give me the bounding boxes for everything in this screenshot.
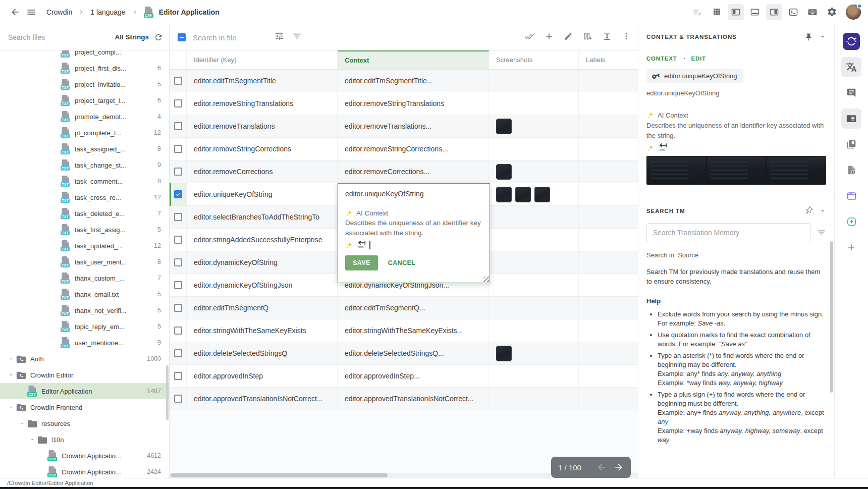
horizontal-scrollbar-thumb[interactable] bbox=[171, 473, 388, 477]
screenshot-thumbnail[interactable] bbox=[515, 187, 531, 202]
previous-page-icon[interactable] bbox=[596, 462, 607, 472]
row-checkbox[interactable] bbox=[174, 145, 182, 153]
screenshot-thumbnail[interactable] bbox=[496, 346, 512, 361]
tree-caret-down-icon[interactable] bbox=[27, 437, 37, 443]
select-all-checkbox[interactable] bbox=[178, 33, 186, 41]
file-list-item[interactable]: TXTpromote_demot...4 bbox=[0, 108, 169, 125]
file-list-item[interactable]: TXTthanx_not_verifi...5 bbox=[0, 302, 169, 318]
row-checkbox[interactable] bbox=[174, 258, 182, 266]
row-checkbox[interactable] bbox=[174, 349, 182, 357]
comment-button[interactable] bbox=[841, 83, 861, 103]
file-list-item[interactable]: TXTtopic_reply_em...5 bbox=[0, 318, 169, 335]
screenshot-thumbnail[interactable] bbox=[534, 187, 550, 202]
table-row[interactable]: editor.removeTranslationseditor.removeTr… bbox=[170, 115, 638, 138]
breadcrumb-language[interactable]: 1 language bbox=[90, 8, 125, 16]
search-files-input[interactable] bbox=[8, 33, 110, 41]
table-row[interactable]: editor.removeStringTranslationseditor.re… bbox=[170, 92, 638, 115]
layout-bottom-button[interactable] bbox=[747, 4, 763, 20]
panel-scrollbar[interactable] bbox=[830, 241, 833, 393]
column-header-screenshots[interactable]: Screenshots bbox=[489, 50, 579, 69]
screenshot-thumbnail[interactable] bbox=[496, 187, 512, 202]
row-checkbox[interactable] bbox=[174, 395, 182, 403]
search-in-file-input[interactable] bbox=[193, 31, 268, 44]
chevron-down-icon[interactable] bbox=[819, 207, 826, 214]
table-row[interactable]: editor.editTmSegmentQeditor.editTmSegmen… bbox=[170, 297, 638, 319]
table-row[interactable]: editor.removeStringCorrectionseditor.rem… bbox=[170, 138, 638, 160]
tree-folder-item[interactable]: Auth1000 bbox=[0, 351, 169, 367]
crowdin-ai-logo-button[interactable] bbox=[841, 31, 861, 51]
tree-folder-item[interactable]: l10n bbox=[0, 431, 169, 448]
file-list-item[interactable]: TXTtask_first_assig...5 bbox=[0, 222, 169, 238]
tree-caret-down-icon[interactable] bbox=[17, 420, 27, 426]
app-window-button[interactable] bbox=[841, 186, 861, 206]
strings-filter-dropdown[interactable]: All Strings bbox=[115, 33, 149, 41]
terminal-button[interactable] bbox=[785, 4, 801, 20]
file-list-item[interactable]: TXTproject_first_dis...6 bbox=[0, 60, 169, 76]
table-row[interactable]: editor.editTmSegmentTitleeditor.editTmSe… bbox=[170, 70, 638, 92]
search-tm-input[interactable] bbox=[646, 223, 810, 242]
done-all-icon[interactable] bbox=[524, 31, 534, 41]
row-checkbox[interactable] bbox=[174, 304, 182, 312]
tree-folder-item[interactable]: Crowdin Editor bbox=[0, 367, 169, 383]
string-key-chip[interactable]: editor.uniqueKeyOfString bbox=[646, 69, 743, 83]
file-list-item[interactable]: TXTproject_target_l...6 bbox=[0, 92, 169, 108]
refresh-icon[interactable] bbox=[154, 33, 163, 42]
tasks-edit-button[interactable] bbox=[689, 4, 706, 20]
row-checkbox[interactable] bbox=[174, 327, 182, 335]
tree-file-item[interactable]: CSVEditor Application1487 bbox=[0, 383, 169, 399]
resize-handle[interactable] bbox=[483, 277, 489, 282]
file-list-item[interactable]: TXTuser_mentione...9 bbox=[0, 335, 169, 351]
row-checkbox[interactable] bbox=[174, 372, 182, 380]
keyboard-button[interactable] bbox=[804, 4, 821, 20]
row-height-icon[interactable] bbox=[602, 31, 612, 41]
table-row[interactable]: editor.removeCorrectionseditor.removeCor… bbox=[170, 160, 638, 183]
table-row[interactable]: editor.stringWithTheSameKeyExistseditor.… bbox=[170, 319, 638, 342]
screenshot-thumbnail[interactable] bbox=[496, 119, 512, 134]
breadcrumb-project[interactable]: Crowdin bbox=[46, 8, 72, 16]
cancel-button[interactable]: CANCEL bbox=[388, 259, 415, 266]
file-list-item[interactable]: TXTtask_deleted_e...7 bbox=[0, 205, 169, 222]
row-checkbox[interactable] bbox=[174, 122, 182, 130]
file-list-item[interactable]: TXTpt_complete_t...12 bbox=[0, 125, 169, 141]
ai-sparkle-button[interactable] bbox=[841, 211, 861, 232]
back-button[interactable] bbox=[7, 4, 23, 20]
chevron-down-icon[interactable] bbox=[819, 33, 826, 40]
tree-file-item[interactable]: CSVCrowdin Applicatio...4612 bbox=[0, 448, 169, 464]
row-checkbox[interactable] bbox=[174, 213, 182, 221]
add-panel-button[interactable] bbox=[841, 237, 861, 257]
tree-file-item[interactable]: CSVCrowdin Applicatio...2424 bbox=[0, 464, 169, 478]
tree-caret-down-icon[interactable] bbox=[6, 372, 16, 378]
next-page-icon[interactable] bbox=[614, 462, 624, 472]
row-checkbox[interactable] bbox=[174, 77, 182, 85]
file-list-item[interactable]: TXTtask_cross_re...12 bbox=[0, 189, 169, 205]
edit-string-icon[interactable] bbox=[564, 32, 573, 41]
edit-link[interactable]: EDIT bbox=[691, 56, 706, 62]
file-list-item[interactable]: TXTthanx_email.txt5 bbox=[0, 286, 169, 302]
tune-icon[interactable] bbox=[275, 31, 284, 41]
sidebar-scrollbar[interactable] bbox=[166, 365, 169, 420]
row-checkbox[interactable] bbox=[174, 99, 182, 107]
user-avatar[interactable] bbox=[846, 5, 861, 20]
file-list-item[interactable]: TXTthanx_custom_...7 bbox=[0, 270, 169, 286]
column-header-context[interactable]: Context bbox=[338, 50, 489, 69]
file-info-button[interactable] bbox=[841, 160, 861, 180]
translate-button[interactable] bbox=[841, 57, 861, 77]
menu-button[interactable] bbox=[23, 4, 39, 20]
breadcrumb-file[interactable]: Editor Application bbox=[159, 8, 220, 16]
tree-folder-item[interactable]: resources bbox=[0, 415, 169, 431]
tree-folder-item[interactable]: Crowdin Frontend bbox=[0, 399, 169, 415]
file-list-item[interactable]: TXTtask_user_ment...8 bbox=[0, 254, 169, 270]
layout-right-button[interactable] bbox=[766, 4, 782, 20]
add-string-icon[interactable] bbox=[544, 31, 554, 41]
insert-column-icon[interactable] bbox=[582, 31, 592, 41]
table-row[interactable]: editor.approvedTranslationIsNotCorrect..… bbox=[170, 388, 638, 410]
file-list-item[interactable]: TXTproject_compl... bbox=[0, 50, 169, 60]
file-list-item[interactable]: TXTtask_assigned_...8 bbox=[0, 141, 169, 157]
row-checkbox[interactable] bbox=[174, 236, 182, 244]
filter-icon[interactable] bbox=[292, 31, 302, 41]
save-button[interactable]: SAVE bbox=[345, 255, 378, 270]
glossary-book-button[interactable] bbox=[841, 134, 861, 154]
layout-left-button[interactable] bbox=[728, 4, 744, 20]
column-header-labels[interactable]: Labels bbox=[579, 50, 638, 69]
context-link[interactable]: CONTEXT bbox=[646, 56, 677, 62]
